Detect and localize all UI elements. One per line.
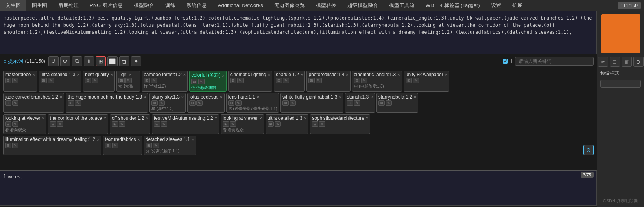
tag-icon-img[interactable]: ⊞ xyxy=(268,121,274,127)
clear-button[interactable]: 🗑 xyxy=(119,56,129,66)
tag-looking-at-viewer-2[interactable]: looking at viewer × ⊞ ✎ 看 看向观众 xyxy=(221,114,264,134)
menu-item-model-merge[interactable]: 模型融合 xyxy=(128,0,160,11)
tag-icon-img[interactable]: ⊞ xyxy=(118,78,125,83)
tag-icon-edit[interactable]: ✎ xyxy=(354,100,360,106)
tag-cinematic-lighting[interactable]: cinematic lighting × ⊞ ✎ xyxy=(228,71,272,92)
tag-icon-img[interactable]: ⊞ xyxy=(144,78,150,83)
tag-starry-sky[interactable]: starry sky:1.3 × ⊞ ✎ 星 (星空:1.3) xyxy=(149,93,186,113)
tag-icon-img[interactable]: ⊞ xyxy=(5,143,11,148)
tag-icon-edit[interactable]: ✎ xyxy=(125,78,132,83)
tag-illumination[interactable]: illumination effect with a dreamy feelin… xyxy=(3,136,101,155)
menu-item-additional-networks[interactable]: Additional Networks xyxy=(212,0,269,11)
tag-icon-img[interactable]: ⊞ xyxy=(406,78,412,83)
tag-sophisticated[interactable]: sophisticatedarchitecture × ⊞ ✎ xyxy=(310,114,370,134)
menu-item-png-info[interactable]: PNG 图片信息 xyxy=(84,0,128,11)
active-button[interactable]: ⊞ xyxy=(96,56,106,66)
menu-item-model-toolkit[interactable]: 模型工具箱 xyxy=(384,0,420,11)
tag-icon-edit[interactable]: ✎ xyxy=(12,121,18,127)
menu-item-img2img[interactable]: 图生图 xyxy=(26,0,53,11)
tag-off-shoulder[interactable]: off shoulder:1.2 × ⊞ ✎ xyxy=(110,114,150,134)
tag-sparkle[interactable]: sparkle:1.2 × ⊞ ✎ xyxy=(274,71,305,92)
tag-icon-edit[interactable]: ✎ xyxy=(230,121,236,127)
tag-icon-edit[interactable]: ✎ xyxy=(283,78,289,83)
negative-prompt-textarea[interactable]: lowres, xyxy=(0,170,597,206)
tag-looking-at-viewer-1[interactable]: looking at viewer × ⊞ ✎ 看 看向观众 xyxy=(3,114,46,134)
tag-icon-edit[interactable]: ✎ xyxy=(361,78,367,83)
tag-icon-edit[interactable]: ✎ xyxy=(413,78,419,83)
tag-icon-edit[interactable]: ✎ xyxy=(12,143,18,148)
tag-icon-edit[interactable]: ✎ xyxy=(235,100,242,106)
tag-corridor[interactable]: the corridor of the palace × ⊞ ✎ xyxy=(48,114,108,134)
tag-icon-img[interactable]: ⊞ xyxy=(68,100,74,106)
menu-item-train[interactable]: 训练 xyxy=(160,0,181,11)
tag-icon-img[interactable]: ⊞ xyxy=(85,78,91,83)
tag-icon-img[interactable]: ⊞ xyxy=(189,100,196,106)
menu-item-extensions[interactable]: 扩展 xyxy=(507,0,528,11)
import-button[interactable]: ⬆ xyxy=(84,56,94,66)
menu-item-model-convert[interactable]: 模型转换 xyxy=(310,0,342,11)
menu-item-sysinfo[interactable]: 系统信息 xyxy=(181,0,212,11)
tag-icon-img[interactable]: ⊞ xyxy=(347,100,353,106)
tag-starish[interactable]: starish:1.3 × ⊞ ✎ xyxy=(345,93,375,113)
scroll-up-button[interactable]: ⊙ xyxy=(583,145,594,155)
tag-icon-edit[interactable]: ✎ xyxy=(319,121,325,127)
tag-1girl[interactable]: 1girl × ⊞ ✎ 女 1女孩 xyxy=(116,71,140,92)
tag-icon-edit[interactable]: ✎ xyxy=(316,78,322,83)
restore-button[interactable]: ↺ xyxy=(48,56,59,66)
tag-detached-sleeves[interactable]: detached sleeves:1.1 × ⊞ ✎ 分 (分离式袖子:1.1) xyxy=(144,136,196,155)
tag-festive[interactable]: festiveMidAutumnsetting:1.2 × ⊞ ✎ xyxy=(152,114,219,134)
tag-icon-edit[interactable]: ✎ xyxy=(92,78,98,83)
tag-unity-8k[interactable]: unity 8k wallpaper × ⊞ ✎ xyxy=(404,71,450,92)
settings-button[interactable]: ⚙ xyxy=(60,56,70,66)
tag-icon-img[interactable]: ⊞ xyxy=(41,78,47,83)
tag-icon-img[interactable]: ⊞ xyxy=(230,78,236,83)
tag-white-rabbit[interactable]: white fluffy giant rabbit:1.3 × ⊞ ✎ xyxy=(280,93,343,113)
tag-photorealistic[interactable]: photorealistic:1.4 × ⊞ ✎ xyxy=(306,71,350,92)
tag-textured-fabrics[interactable]: texturedfabrics × ⊞ ✎ xyxy=(103,136,142,155)
preset-input[interactable] xyxy=(600,80,641,88)
tag-icon-edit[interactable]: ✎ xyxy=(275,121,281,127)
tag-ultra-detailed-2[interactable]: ultra detailed:1.3 × ⊞ ✎ xyxy=(266,114,308,134)
menu-item-settings[interactable]: 设置 xyxy=(485,0,507,11)
tag-icon-edit[interactable]: ✎ xyxy=(386,100,392,106)
positive-prompt-textarea[interactable]: masterpiece,(ultra detailed:1.3),best qu… xyxy=(0,11,597,54)
tag-icon-img[interactable]: ⊞ xyxy=(223,121,229,127)
keyword-checkbox[interactable] xyxy=(503,59,508,64)
tag-masterpiece[interactable]: masterpiece × ⊞ ✎ xyxy=(3,71,37,92)
tag-icon-img[interactable]: ⊞ xyxy=(308,78,315,83)
menu-item-super-merge[interactable]: 超级模型融合 xyxy=(342,0,384,11)
tag-icon-edit[interactable]: ✎ xyxy=(57,121,63,127)
tag-icon-img[interactable]: ⊞ xyxy=(151,100,158,106)
tag-best-quality[interactable]: best quality × ⊞ ✎ xyxy=(83,71,115,92)
tag-icon-img[interactable]: ⊞ xyxy=(378,100,385,106)
keyword-input[interactable] xyxy=(515,57,594,66)
tag-jade-branches[interactable]: jade carved branches:1.2 × ⊞ ✎ xyxy=(3,93,64,113)
tag-icon-edit[interactable]: ✎ xyxy=(112,143,118,148)
tag-icon-edit[interactable]: ✎ xyxy=(237,78,244,83)
tag-icon-img[interactable]: ⊞ xyxy=(354,78,360,83)
tag-icon-edit[interactable]: ✎ xyxy=(119,121,125,127)
copy-button[interactable]: ⧉ xyxy=(72,56,82,66)
tag-icon-edit[interactable]: ✎ xyxy=(12,78,18,83)
tag-icon-img[interactable]: ⊞ xyxy=(276,78,282,83)
page-button[interactable]: ⬜ xyxy=(107,56,118,66)
tag-huge-moon[interactable]: the huge moon behind the body:1.3 × ⊞ ✎ xyxy=(66,93,148,113)
tag-icon-edit[interactable]: ✎ xyxy=(12,100,18,106)
menu-item-image-browser[interactable]: 无边图像浏览 xyxy=(269,0,310,11)
tag-icon-img[interactable]: ⊞ xyxy=(105,143,111,148)
tag-lotus[interactable]: lotus pedestal × ⊞ ✎ xyxy=(187,93,225,113)
magic-button[interactable]: ✦ xyxy=(131,56,141,66)
tag-ultra-detailed[interactable]: ultra detailed:1.3 × ⊞ ✎ xyxy=(39,71,81,92)
tag-starrynebula[interactable]: starrynebula:1.2 × ⊞ ✎ xyxy=(376,93,419,113)
add-preset-button[interactable]: ⊕ xyxy=(633,57,644,67)
tag-icon-img[interactable]: ⊞ xyxy=(282,100,289,106)
tag-icon-img[interactable]: ⊞ xyxy=(146,143,152,148)
tag-icon-edit[interactable]: ✎ xyxy=(48,78,54,83)
tag-icon-img[interactable]: ⊞ xyxy=(5,100,11,106)
tag-icon-img[interactable]: ⊞ xyxy=(228,100,234,106)
tag-icon-img[interactable]: ⊞ xyxy=(50,121,56,127)
tag-colorful[interactable]: colorful (多彩) × ⊞ ✎ 色 色彩斑斓的 xyxy=(189,71,226,92)
delete-preset-button[interactable]: 🗑 xyxy=(622,57,632,67)
edit-preset-button[interactable]: ✏ xyxy=(598,57,608,67)
tag-lens-flare[interactable]: lens flare:1.1 × ⊞ ✎ 透 (透镜光晕 / 镜头光晕:1.1) xyxy=(226,93,279,113)
